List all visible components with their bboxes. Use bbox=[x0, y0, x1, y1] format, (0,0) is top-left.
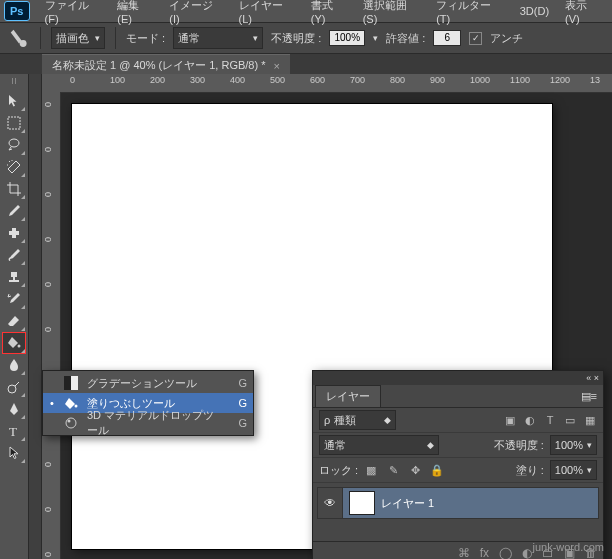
tolerance-input[interactable]: 6 bbox=[433, 30, 461, 46]
gradient-icon bbox=[63, 375, 79, 391]
svg-point-9 bbox=[75, 405, 78, 408]
layer-fill-input[interactable]: 100%▾ bbox=[550, 460, 597, 480]
tool-preset-icon[interactable] bbox=[8, 27, 30, 49]
blend-mode-dropdown[interactable]: 通常 ▾ bbox=[173, 27, 263, 49]
magic-wand-tool[interactable] bbox=[2, 156, 26, 178]
new-adjustment-icon[interactable]: ◐ bbox=[522, 546, 532, 559]
opacity-input[interactable]: 100% bbox=[329, 30, 365, 46]
panel-menu-icon[interactable]: ▤≡ bbox=[575, 386, 603, 407]
menu-layer[interactable]: レイヤー(L) bbox=[232, 0, 302, 27]
flyout-shortcut: G bbox=[233, 377, 247, 389]
visibility-icon[interactable]: 👁 bbox=[318, 488, 343, 518]
panel-tab-layers[interactable]: レイヤー bbox=[315, 385, 381, 407]
flyout-3d-material-tool[interactable]: 3D マテリアルドロップツール G bbox=[43, 413, 253, 433]
layer-thumbnail[interactable] bbox=[349, 491, 375, 515]
paint-bucket-tool[interactable] bbox=[2, 332, 26, 354]
chevron-down-icon: ▾ bbox=[253, 33, 258, 43]
stamp-tool[interactable] bbox=[2, 266, 26, 288]
menu-edit[interactable]: 編集(E) bbox=[110, 0, 160, 27]
close-icon[interactable]: × bbox=[274, 60, 280, 72]
crop-tool[interactable] bbox=[2, 178, 26, 200]
move-tool[interactable] bbox=[2, 90, 26, 112]
filter-adjust-icon[interactable]: ◐ bbox=[523, 413, 537, 427]
flyout-shortcut: G bbox=[233, 397, 247, 409]
tool-flyout-menu: グラデーションツール G • 塗りつぶしツール G 3D マテリアルドロップツー… bbox=[42, 370, 254, 436]
menu-select[interactable]: 選択範囲(S) bbox=[356, 0, 427, 27]
svg-rect-1 bbox=[8, 117, 20, 129]
options-bar: 描画色 ▾ モード : 通常 ▾ 不透明度 : 100% ▾ 許容値 : 6 ✓… bbox=[0, 22, 612, 54]
watermark: junk-word.com bbox=[532, 541, 604, 553]
dock-strip[interactable] bbox=[29, 74, 42, 559]
fill-source-dropdown[interactable]: 描画色 ▾ bbox=[51, 27, 105, 49]
material-drop-icon bbox=[63, 415, 79, 431]
filter-smart-icon[interactable]: ▦ bbox=[583, 413, 597, 427]
flyout-shortcut: G bbox=[233, 417, 247, 429]
dodge-tool[interactable] bbox=[2, 376, 26, 398]
blur-tool[interactable] bbox=[2, 354, 26, 376]
menu-view[interactable]: 表示(V) bbox=[558, 0, 608, 27]
menu-3d[interactable]: 3D(D) bbox=[513, 3, 556, 19]
fill-source-value: 描画色 bbox=[56, 31, 89, 46]
document-tabstrip: 名称未設定 1 @ 40% (レイヤー 1, RGB/8) * × bbox=[0, 54, 612, 76]
path-select-tool[interactable] bbox=[2, 442, 26, 464]
link-layers-icon[interactable]: ⌘ bbox=[458, 546, 470, 559]
chevron-down-icon: ◆ bbox=[427, 440, 434, 450]
layer-list: 👁 レイヤー 1 bbox=[313, 483, 603, 541]
layers-panel: « × レイヤー ▤≡ ρ 種類 ◆ ▣ ◐ T ▭ ▦ 通常 ◆ 不透明度 :… bbox=[312, 370, 604, 559]
pen-tool[interactable] bbox=[2, 398, 26, 420]
eyedropper-tool[interactable] bbox=[2, 200, 26, 222]
history-brush-tool[interactable] bbox=[2, 288, 26, 310]
lock-pixels-icon[interactable]: ✎ bbox=[386, 463, 400, 477]
menu-file[interactable]: ファイル(F) bbox=[38, 0, 109, 27]
flyout-gradient-tool[interactable]: グラデーションツール G bbox=[43, 373, 253, 393]
lock-position-icon[interactable]: ✥ bbox=[408, 463, 422, 477]
antialias-checkbox[interactable]: ✓ bbox=[469, 32, 482, 45]
panel-header[interactable]: « × bbox=[313, 371, 603, 385]
eraser-tool[interactable] bbox=[2, 310, 26, 332]
lock-all-icon[interactable]: 🔒 bbox=[430, 463, 444, 477]
marquee-tool[interactable] bbox=[2, 112, 26, 134]
filter-shape-icon[interactable]: ▭ bbox=[563, 413, 577, 427]
filter-type-icon[interactable]: T bbox=[543, 413, 557, 427]
svg-rect-8 bbox=[71, 376, 78, 390]
filter-pixel-icon[interactable]: ▣ bbox=[503, 413, 517, 427]
mode-label: モード : bbox=[126, 31, 165, 46]
blend-mode-value: 通常 bbox=[178, 31, 200, 46]
chevron-down-icon[interactable]: ▾ bbox=[373, 33, 378, 43]
layer-opacity-input[interactable]: 100%▾ bbox=[550, 435, 597, 455]
menu-image[interactable]: イメージ(I) bbox=[162, 0, 229, 27]
menu-type[interactable]: 書式(Y) bbox=[304, 0, 354, 27]
brush-tool[interactable] bbox=[2, 244, 26, 266]
lock-transparent-icon[interactable]: ▩ bbox=[364, 463, 378, 477]
ruler-vertical[interactable]: 00 00 00 00 00 0 bbox=[42, 92, 61, 559]
ruler-origin[interactable] bbox=[42, 74, 61, 93]
svg-point-0 bbox=[20, 40, 27, 47]
svg-rect-3 bbox=[12, 228, 16, 238]
healing-tool[interactable] bbox=[2, 222, 26, 244]
layer-blend-mode[interactable]: 通常 ◆ bbox=[319, 435, 439, 455]
collapse-icon[interactable]: « × bbox=[586, 373, 599, 383]
app-logo: Ps bbox=[4, 1, 30, 21]
lasso-tool[interactable] bbox=[2, 134, 26, 156]
layer-opacity-label: 不透明度 : bbox=[494, 438, 544, 453]
document-tab[interactable]: 名称未設定 1 @ 40% (レイヤー 1, RGB/8) * × bbox=[42, 54, 290, 76]
flyout-label: グラデーションツール bbox=[87, 376, 225, 391]
flyout-label: 3D マテリアルドロップツール bbox=[87, 408, 225, 438]
panel-grip[interactable] bbox=[3, 78, 25, 86]
layer-name[interactable]: レイヤー 1 bbox=[381, 496, 434, 511]
svg-point-11 bbox=[68, 420, 71, 423]
menu-filter[interactable]: フィルター(T) bbox=[429, 0, 511, 27]
menu-bar: Ps ファイル(F) 編集(E) イメージ(I) レイヤー(L) 書式(Y) 選… bbox=[0, 0, 612, 22]
layer-filter-kind[interactable]: ρ 種類 ◆ bbox=[319, 410, 396, 430]
tolerance-label: 許容値 : bbox=[386, 31, 425, 46]
document-tab-title: 名称未設定 1 @ 40% (レイヤー 1, RGB/8) * bbox=[52, 58, 266, 73]
search-icon: ρ bbox=[324, 414, 330, 426]
layer-fx-icon[interactable]: fx bbox=[480, 546, 489, 559]
svg-point-4 bbox=[18, 345, 21, 348]
type-tool[interactable]: T bbox=[2, 420, 26, 442]
layer-row[interactable]: 👁 レイヤー 1 bbox=[317, 487, 599, 519]
ruler-horizontal[interactable]: 0100 200300 400500 600700 800900 1000110… bbox=[60, 74, 612, 93]
chevron-down-icon: ▾ bbox=[95, 33, 100, 43]
add-mask-icon[interactable]: ◯ bbox=[499, 546, 512, 559]
antialias-label: アンチ bbox=[490, 31, 523, 46]
